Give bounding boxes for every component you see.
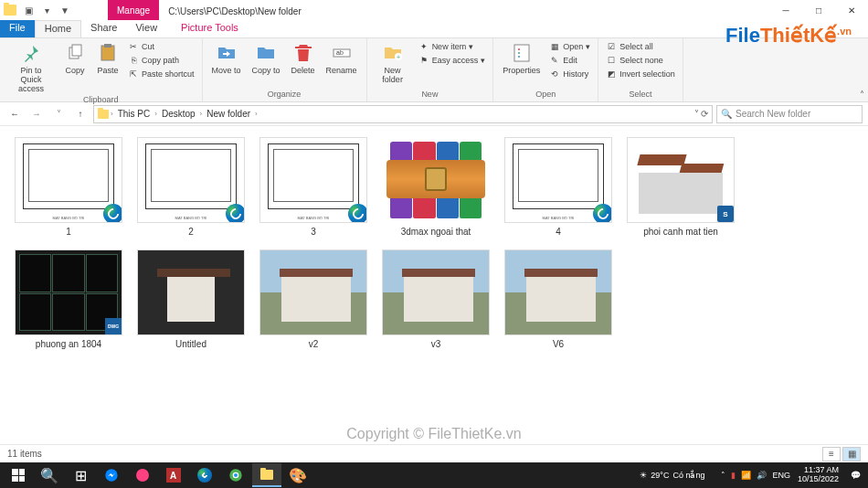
system-tray[interactable]: ˄ ▮ 📶 🔊 ENG xyxy=(721,471,790,480)
file-item[interactable]: v3 xyxy=(378,246,493,353)
search-taskbar-button[interactable]: 🔍 xyxy=(35,463,64,487)
start-button[interactable] xyxy=(4,463,33,487)
clipboard-group-label: Clipboard xyxy=(5,95,196,105)
move-to-icon xyxy=(216,42,238,64)
file-item[interactable]: DWGphuong an 1804 xyxy=(11,246,126,353)
crumb-this-pc[interactable]: This PC xyxy=(115,109,153,119)
explorer-taskbar-icon[interactable] xyxy=(252,463,281,487)
tray-app-icon[interactable]: ▮ xyxy=(731,471,736,480)
weather-widget[interactable]: ☀ 29°C Có nắng xyxy=(640,471,704,480)
crumb-new-folder[interactable]: New folder xyxy=(204,109,253,119)
easy-access-icon: ⚑ xyxy=(418,55,429,66)
clock[interactable]: 11:37 AM 10/15/2022 xyxy=(798,466,839,484)
select-none-button[interactable]: ☐Select none xyxy=(604,54,677,67)
tab-picture-tools[interactable]: Picture Tools xyxy=(172,20,248,37)
paste-button[interactable]: Paste xyxy=(93,40,122,77)
search-placeholder: Search New folder xyxy=(736,109,810,119)
new-item-button[interactable]: ✦New item ▾ xyxy=(417,40,488,53)
nav-back-button[interactable]: ← xyxy=(5,105,24,123)
close-button[interactable]: ✕ xyxy=(835,0,868,20)
copy-path-button[interactable]: ⎘Copy path xyxy=(126,54,196,67)
context-tab-manage[interactable]: Manage xyxy=(108,0,159,20)
file-item[interactable]: MAT BANG BO TRI4 xyxy=(501,133,616,240)
tray-language[interactable]: ENG xyxy=(772,471,790,480)
tab-view[interactable]: View xyxy=(126,20,166,37)
edit-button[interactable]: ✎Edit xyxy=(547,54,592,67)
tray-volume-icon[interactable]: 🔊 xyxy=(757,471,767,480)
delete-button[interactable]: Delete xyxy=(288,40,319,77)
task-view-button[interactable]: ⊞ xyxy=(66,463,95,487)
tray-network-icon[interactable]: 📶 xyxy=(741,471,751,480)
file-name-label: v2 xyxy=(309,339,319,349)
history-button[interactable]: ⟲History xyxy=(547,68,592,80)
tab-share[interactable]: Share xyxy=(81,20,126,37)
svg-rect-8 xyxy=(514,45,529,61)
file-item[interactable]: MAT BANG BO TRI1 xyxy=(11,133,126,240)
qat-properties-icon[interactable]: ▣ xyxy=(22,4,35,16)
file-name-label: 3 xyxy=(311,227,316,237)
file-item[interactable]: 3dmax ngoai that xyxy=(378,133,493,240)
collapse-ribbon-button[interactable]: ˄ xyxy=(860,90,864,100)
ribbon-group-clipboard: Pin to Quick access Copy Paste ✂Cut ⎘Cop… xyxy=(0,38,203,101)
select-all-button[interactable]: ☑Select all xyxy=(604,40,677,53)
file-thumbnail xyxy=(137,249,245,335)
file-item[interactable]: Sphoi canh mat tien xyxy=(623,133,738,240)
status-bar: 11 items ≡ ▦ xyxy=(0,444,868,462)
tab-home[interactable]: Home xyxy=(35,20,81,37)
address-dropdown-button[interactable]: ˅ xyxy=(694,109,699,119)
file-thumbnail xyxy=(382,137,490,223)
svg-point-13 xyxy=(136,469,149,482)
tab-file[interactable]: File xyxy=(0,20,35,37)
nav-up-button[interactable]: ↑ xyxy=(71,105,90,123)
tray-chevron-icon[interactable]: ˄ xyxy=(721,471,725,480)
nav-recent-button[interactable]: ˅ xyxy=(49,105,68,123)
chrome-taskbar-icon[interactable] xyxy=(221,463,250,487)
file-thumbnail: MAT BANG BO TRI xyxy=(15,137,122,223)
new-item-icon: ✦ xyxy=(418,41,429,52)
nav-forward-button[interactable]: → xyxy=(27,105,46,123)
file-thumbnail xyxy=(504,249,612,335)
copy-to-button[interactable]: Copy to xyxy=(249,40,284,77)
minimize-button[interactable]: ─ xyxy=(769,0,802,20)
file-name-label: 3dmax ngoai that xyxy=(401,227,471,237)
edge-taskbar-icon[interactable] xyxy=(190,463,219,487)
refresh-button[interactable]: ⟳ xyxy=(701,109,708,119)
search-box[interactable]: 🔍 Search New folder xyxy=(716,105,863,123)
pin-label: Pin to Quick access xyxy=(9,66,53,93)
thumbnails-view-button[interactable]: ▦ xyxy=(842,447,861,461)
cut-button[interactable]: ✂Cut xyxy=(126,40,196,53)
paint-taskbar-icon[interactable]: 🎨 xyxy=(283,463,312,487)
move-to-button[interactable]: Move to xyxy=(208,40,245,77)
file-item[interactable]: V6 xyxy=(501,246,616,353)
easy-access-button[interactable]: ⚑Easy access ▾ xyxy=(417,54,488,67)
file-item[interactable]: Untitled xyxy=(133,246,249,353)
copy-button[interactable]: Copy xyxy=(60,40,90,77)
qat-new-folder-icon[interactable]: ▾ xyxy=(40,4,53,16)
new-folder-button[interactable]: +New folder xyxy=(373,40,413,86)
address-box[interactable]: › This PC› Desktop› New folder› ˅ ⟳ xyxy=(93,105,713,123)
file-item[interactable]: MAT BANG BO TRI3 xyxy=(256,133,371,240)
messenger-taskbar-icon[interactable] xyxy=(97,463,126,487)
autocad-taskbar-icon[interactable]: A xyxy=(159,463,188,487)
notifications-button[interactable]: 💬 xyxy=(846,463,864,487)
file-name-label: V6 xyxy=(553,339,564,349)
ribbon-group-new: +New folder ✦New item ▾ ⚑Easy access ▾ N… xyxy=(367,38,494,101)
properties-button[interactable]: Properties xyxy=(499,40,544,77)
open-button[interactable]: ▦Open ▾ xyxy=(547,40,592,53)
paste-shortcut-button[interactable]: ⇱Paste shortcut xyxy=(126,68,196,80)
maximize-button[interactable]: □ xyxy=(802,0,835,20)
rename-button[interactable]: abRename xyxy=(323,40,361,77)
new-folder-icon: + xyxy=(382,42,404,64)
pin-quick-access-button[interactable]: Pin to Quick access xyxy=(5,40,57,95)
qat-customize-icon[interactable]: ▼ xyxy=(58,4,71,16)
file-thumbnail xyxy=(259,249,367,335)
paste-icon xyxy=(97,42,119,64)
details-view-button[interactable]: ≡ xyxy=(822,447,841,461)
file-item[interactable]: MAT BANG BO TRI2 xyxy=(133,133,249,240)
ribbon-group-open: Properties ▦Open ▾ ✎Edit ⟲History Open xyxy=(493,38,598,101)
file-item[interactable]: v2 xyxy=(256,246,371,353)
crumb-desktop[interactable]: Desktop xyxy=(159,109,198,119)
invert-selection-button[interactable]: ◩Invert selection xyxy=(604,68,677,80)
app-taskbar-icon[interactable] xyxy=(128,463,157,487)
file-name-label: 1 xyxy=(66,227,71,237)
